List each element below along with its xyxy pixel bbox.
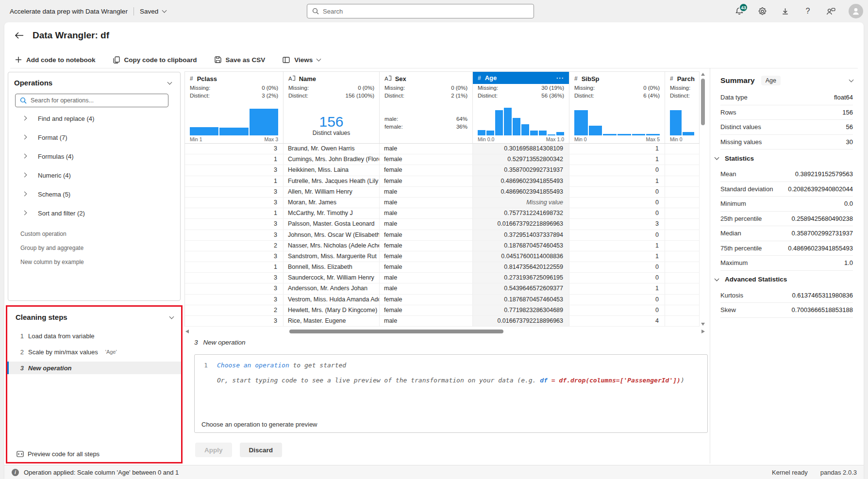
cell-sibsp[interactable]: 0 (569, 208, 665, 219)
table-row[interactable]: 3Heikkinen, Miss. Lainafemale0.358700299… (185, 165, 700, 176)
operation-item[interactable]: New column by example (8, 255, 180, 269)
collapse-summary-icon[interactable] (849, 78, 854, 83)
code-editor[interactable]: 1 Choose an operation to get started Or,… (194, 354, 708, 433)
horizontal-scroll-thumb[interactable] (289, 330, 503, 333)
cell-pclass[interactable]: 3 (185, 198, 284, 208)
operations-search-input[interactable] (31, 97, 164, 104)
cell-name[interactable]: Allen, Mr. William Henry (284, 187, 380, 198)
column-header-parch[interactable]: #ParchMissing:Distinct:Min 0 (665, 72, 700, 143)
cell-parch[interactable] (665, 305, 700, 316)
cleaning-step[interactable]: 1Load data from variable (7, 330, 181, 342)
cell-pclass[interactable]: 3 (185, 316, 284, 327)
cell-sibsp[interactable]: 1 (569, 144, 665, 154)
column-name[interactable]: #Parch (665, 73, 699, 84)
cell-sex[interactable]: male (380, 198, 473, 208)
cell-parch[interactable] (665, 165, 700, 176)
cell-parch[interactable] (665, 241, 700, 251)
cell-pclass[interactable]: 3 (185, 295, 284, 305)
cell-age[interactable]: Missing value (473, 198, 569, 208)
cell-parch[interactable] (665, 273, 700, 283)
cell-parch[interactable] (665, 262, 700, 273)
cell-parch[interactable] (665, 230, 700, 241)
apply-button[interactable]: Apply (195, 443, 232, 457)
cell-name[interactable]: McCarthy, Mr. Timothy J (284, 208, 380, 219)
column-name[interactable]: #Pclass (185, 73, 283, 84)
cell-sibsp[interactable]: 1 (569, 154, 665, 165)
cell-pclass[interactable]: 3 (185, 165, 284, 176)
operation-item[interactable]: Custom operation (8, 227, 180, 241)
cell-age[interactable]: 0.48696023941855493 (473, 187, 569, 198)
cell-name[interactable]: Cumings, Mrs. John Bradley (Florenc (284, 154, 380, 165)
table-row[interactable]: 1McCarthy, Mr. Timothy Jmale0.7577312241… (185, 208, 700, 219)
cell-age[interactable]: 0.7577312241698732 (473, 208, 569, 219)
cell-age[interactable]: 0.1876870457460453 (473, 295, 569, 305)
vertical-scroll-thumb[interactable] (701, 79, 705, 125)
cell-age[interactable]: 0.016673792218896963 (473, 219, 569, 230)
cell-parch[interactable] (665, 187, 700, 198)
cell-sex[interactable]: female (380, 230, 473, 241)
cell-name[interactable]: Rice, Master. Eugene (284, 316, 380, 327)
cell-sex[interactable]: male (380, 187, 473, 198)
cell-parch[interactable] (665, 283, 700, 294)
table-row[interactable]: 3Andersson, Mr. Anders Johanmale0.543964… (185, 283, 700, 294)
cell-sex[interactable]: female (380, 305, 473, 316)
column-header-sibsp[interactable]: #SibSpMissing:0 (0%)Distinct:6 (4%)Min 0… (569, 72, 665, 143)
operations-search[interactable] (15, 94, 168, 107)
cleaning-step[interactable]: 3New operation (7, 362, 181, 374)
notifications-button[interactable]: 43 (734, 6, 744, 16)
cell-name[interactable]: Futrelle, Mrs. Jacques Heath (Lily Ma (284, 176, 380, 187)
cell-sibsp[interactable]: 1 (569, 251, 665, 262)
column-menu-icon[interactable]: ··· (556, 74, 564, 82)
discard-button[interactable]: Discard (240, 443, 283, 457)
cell-age[interactable]: 0.016673792218896963 (473, 316, 569, 327)
cell-sibsp[interactable]: 0 (569, 295, 665, 305)
table-row[interactable]: 2Nasser, Mrs. Nicholas (Adele Achemfemal… (185, 241, 700, 251)
cell-age[interactable]: 0.5439646572609377 (473, 283, 569, 294)
cell-sibsp[interactable]: 0 (569, 305, 665, 316)
preview-code-all-steps-button[interactable]: Preview code for all steps (17, 450, 100, 458)
save-status-menu[interactable]: Saved (140, 8, 166, 15)
cell-name[interactable]: Johnson, Mrs. Oscar W (Elisabeth Vil (284, 230, 380, 241)
cell-age[interactable]: 0.1876870457460453 (473, 241, 569, 251)
table-row[interactable]: 3Rice, Master. Eugenemale0.0166737922188… (185, 316, 700, 327)
column-name[interactable]: #Age··· (473, 72, 569, 84)
cell-sibsp[interactable]: 0 (569, 198, 665, 208)
cell-sex[interactable]: female (380, 262, 473, 273)
cell-sibsp[interactable]: 0 (569, 165, 665, 176)
cell-pclass[interactable]: 3 (185, 144, 284, 154)
cell-sibsp[interactable]: 0 (569, 262, 665, 273)
column-header-sex[interactable]: ASexMissing:0 (0%)Distinct:2 (1%)male:64… (380, 72, 473, 143)
cell-name[interactable]: Saundercock, Mr. William Henry (284, 273, 380, 283)
cell-pclass[interactable]: 1 (185, 208, 284, 219)
cell-name[interactable]: Nasser, Mrs. Nicholas (Adele Achem (284, 241, 380, 251)
views-button[interactable]: Views (283, 56, 320, 64)
table-row[interactable]: 3Palsson, Master. Gosta Leonardmale0.016… (185, 219, 700, 230)
cell-pclass[interactable]: 3 (185, 219, 284, 230)
table-row[interactable]: 3Johnson, Mrs. Oscar W (Elisabeth Vilfem… (185, 230, 700, 241)
cell-sex[interactable]: female (380, 241, 473, 251)
copy-code-button[interactable]: Copy code to clipboard (113, 56, 197, 64)
cell-sex[interactable]: male (380, 273, 473, 283)
collapse-operations-icon[interactable] (167, 80, 172, 84)
cell-sex[interactable]: female (380, 295, 473, 305)
scroll-up-icon[interactable] (701, 73, 705, 76)
cell-sibsp[interactable]: 0 (569, 187, 665, 198)
cell-pclass[interactable]: 3 (185, 251, 284, 262)
cell-age[interactable]: 0.48696023941855493 (473, 176, 569, 187)
column-header-name[interactable]: ANameMissing:0 (0%)Distinct:156 (100%)15… (284, 72, 380, 143)
cell-parch[interactable] (665, 316, 700, 327)
cell-sex[interactable]: female (380, 176, 473, 187)
cell-pclass[interactable]: 1 (185, 262, 284, 273)
table-row[interactable]: 1Cumings, Mrs. John Bradley (Florencfema… (185, 154, 700, 165)
cell-age[interactable]: 0.3729514037337894 (473, 230, 569, 241)
cell-name[interactable]: Palsson, Master. Gosta Leonard (284, 219, 380, 230)
cell-sex[interactable]: female (380, 154, 473, 165)
cell-parch[interactable] (665, 154, 700, 165)
cell-sibsp[interactable]: 1 (569, 176, 665, 187)
operation-group[interactable]: Formulas (4) (8, 147, 180, 166)
cell-name[interactable]: Andersson, Mr. Anders Johan (284, 283, 380, 294)
cell-parch[interactable] (665, 219, 700, 230)
cell-parch[interactable] (665, 251, 700, 262)
search-input[interactable] (323, 8, 529, 15)
back-button[interactable] (15, 32, 24, 39)
